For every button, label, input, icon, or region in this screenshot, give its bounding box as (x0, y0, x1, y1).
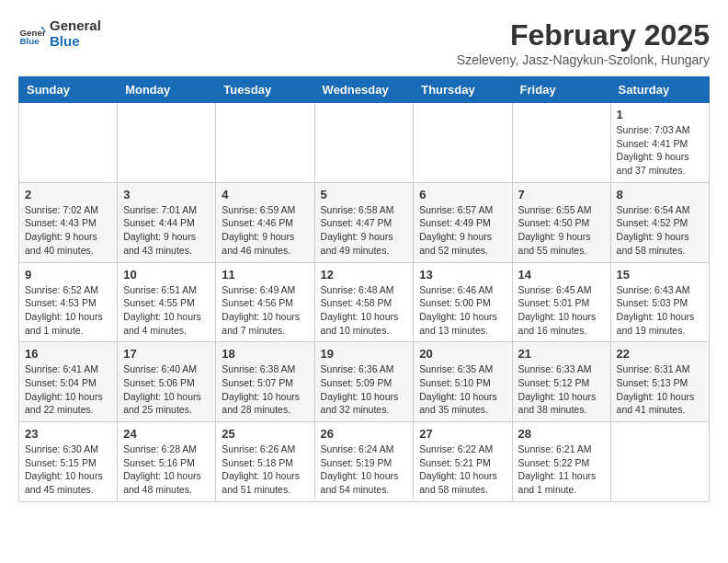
day-number: 2 (25, 188, 111, 201)
calendar-cell: 14Sunrise: 6:45 AM Sunset: 5:01 PM Dayli… (512, 262, 610, 342)
calendar-cell: 19Sunrise: 6:36 AM Sunset: 5:09 PM Dayli… (314, 342, 414, 422)
calendar-cell: 17Sunrise: 6:40 AM Sunset: 5:06 PM Dayli… (118, 342, 216, 422)
day-info: Sunrise: 6:26 AM Sunset: 5:18 PM Dayligh… (222, 442, 308, 497)
calendar-cell: 10Sunrise: 6:51 AM Sunset: 4:55 PM Dayli… (118, 262, 216, 342)
calendar-week-4: 16Sunrise: 6:41 AM Sunset: 5:04 PM Dayli… (19, 342, 710, 422)
calendar-header-row: SundayMondayTuesdayWednesdayThursdayFrid… (19, 77, 710, 103)
calendar-week-1: 1Sunrise: 7:03 AM Sunset: 4:41 PM Daylig… (19, 103, 710, 183)
day-info: Sunrise: 6:59 AM Sunset: 4:46 PM Dayligh… (222, 203, 308, 258)
header-day-sunday: Sunday (19, 77, 118, 103)
day-number: 5 (321, 188, 408, 201)
calendar-cell (414, 103, 512, 183)
day-info: Sunrise: 6:22 AM Sunset: 5:21 PM Dayligh… (419, 442, 506, 497)
day-info: Sunrise: 6:24 AM Sunset: 5:19 PM Dayligh… (321, 442, 408, 497)
day-info: Sunrise: 6:55 AM Sunset: 4:50 PM Dayligh… (518, 203, 605, 258)
location-subtitle: Szeleveny, Jasz-Nagykun-Szolonk, Hungary (457, 52, 710, 67)
calendar-cell: 5Sunrise: 6:58 AM Sunset: 4:47 PM Daylig… (314, 182, 414, 262)
calendar-cell (314, 103, 414, 183)
day-number: 19 (321, 347, 408, 361)
calendar-cell: 28Sunrise: 6:21 AM Sunset: 5:22 PM Dayli… (512, 422, 610, 502)
day-number: 17 (123, 347, 210, 361)
day-number: 21 (518, 347, 605, 361)
svg-text:Blue: Blue (20, 35, 40, 45)
day-info: Sunrise: 7:02 AM Sunset: 4:43 PM Dayligh… (25, 203, 111, 258)
day-number: 26 (321, 427, 408, 441)
calendar-cell: 24Sunrise: 6:28 AM Sunset: 5:16 PM Dayli… (118, 422, 216, 502)
day-info: Sunrise: 6:51 AM Sunset: 4:55 PM Dayligh… (123, 283, 210, 338)
calendar-cell (216, 103, 314, 183)
day-info: Sunrise: 6:41 AM Sunset: 5:04 PM Dayligh… (25, 362, 111, 417)
calendar-cell: 22Sunrise: 6:31 AM Sunset: 5:13 PM Dayli… (610, 342, 709, 422)
day-number: 22 (617, 347, 703, 361)
header-day-wednesday: Wednesday (314, 77, 414, 103)
calendar-cell: 12Sunrise: 6:48 AM Sunset: 4:58 PM Dayli… (314, 262, 414, 342)
day-info: Sunrise: 6:48 AM Sunset: 4:58 PM Dayligh… (321, 283, 408, 338)
day-info: Sunrise: 7:03 AM Sunset: 4:41 PM Dayligh… (617, 123, 703, 178)
day-info: Sunrise: 6:54 AM Sunset: 4:52 PM Dayligh… (617, 203, 703, 258)
month-year-title: February 2025 (457, 18, 710, 52)
day-info: Sunrise: 6:43 AM Sunset: 5:03 PM Dayligh… (617, 283, 703, 338)
day-info: Sunrise: 6:49 AM Sunset: 4:56 PM Dayligh… (222, 283, 308, 338)
day-number: 15 (617, 268, 703, 282)
day-info: Sunrise: 6:45 AM Sunset: 5:01 PM Dayligh… (518, 283, 605, 338)
calendar-cell (19, 103, 118, 183)
calendar-cell: 9Sunrise: 6:52 AM Sunset: 4:53 PM Daylig… (19, 262, 118, 342)
calendar-cell: 27Sunrise: 6:22 AM Sunset: 5:21 PM Dayli… (414, 422, 512, 502)
logo-general: General (50, 18, 101, 34)
calendar-cell: 20Sunrise: 6:35 AM Sunset: 5:10 PM Dayli… (414, 342, 512, 422)
day-info: Sunrise: 6:31 AM Sunset: 5:13 PM Dayligh… (617, 362, 703, 417)
calendar-cell: 8Sunrise: 6:54 AM Sunset: 4:52 PM Daylig… (610, 182, 709, 262)
day-info: Sunrise: 6:52 AM Sunset: 4:53 PM Dayligh… (25, 283, 111, 338)
logo-blue: Blue (50, 34, 101, 50)
day-number: 20 (419, 347, 506, 361)
day-info: Sunrise: 6:46 AM Sunset: 5:00 PM Dayligh… (419, 283, 506, 338)
day-info: Sunrise: 6:21 AM Sunset: 5:22 PM Dayligh… (518, 442, 605, 497)
calendar-cell (610, 422, 709, 502)
header-day-tuesday: Tuesday (216, 77, 314, 103)
day-info: Sunrise: 6:40 AM Sunset: 5:06 PM Dayligh… (123, 362, 210, 417)
logo: General Blue General Blue (18, 18, 101, 49)
calendar-week-2: 2Sunrise: 7:02 AM Sunset: 4:43 PM Daylig… (19, 182, 710, 262)
calendar-cell: 26Sunrise: 6:24 AM Sunset: 5:19 PM Dayli… (314, 422, 414, 502)
day-info: Sunrise: 6:28 AM Sunset: 5:16 PM Dayligh… (123, 442, 210, 497)
calendar-cell: 13Sunrise: 6:46 AM Sunset: 5:00 PM Dayli… (414, 262, 512, 342)
calendar-cell (512, 103, 610, 183)
calendar-body: 1Sunrise: 7:03 AM Sunset: 4:41 PM Daylig… (19, 103, 710, 502)
logo-icon: General Blue (18, 20, 46, 48)
header-day-monday: Monday (118, 77, 216, 103)
day-number: 4 (222, 188, 308, 201)
calendar-cell: 23Sunrise: 6:30 AM Sunset: 5:15 PM Dayli… (19, 422, 118, 502)
calendar-week-3: 9Sunrise: 6:52 AM Sunset: 4:53 PM Daylig… (19, 262, 710, 342)
calendar-cell: 6Sunrise: 6:57 AM Sunset: 4:49 PM Daylig… (414, 182, 512, 262)
header-day-saturday: Saturday (610, 77, 709, 103)
calendar-cell: 25Sunrise: 6:26 AM Sunset: 5:18 PM Dayli… (216, 422, 314, 502)
day-number: 11 (222, 268, 308, 282)
calendar-cell: 4Sunrise: 6:59 AM Sunset: 4:46 PM Daylig… (216, 182, 314, 262)
day-number: 18 (222, 347, 308, 361)
header-day-friday: Friday (512, 77, 610, 103)
calendar-cell (118, 103, 216, 183)
day-number: 14 (518, 268, 605, 282)
day-info: Sunrise: 6:58 AM Sunset: 4:47 PM Dayligh… (321, 203, 408, 258)
calendar-cell: 11Sunrise: 6:49 AM Sunset: 4:56 PM Dayli… (216, 262, 314, 342)
calendar-week-5: 23Sunrise: 6:30 AM Sunset: 5:15 PM Dayli… (19, 422, 710, 502)
calendar-cell: 15Sunrise: 6:43 AM Sunset: 5:03 PM Dayli… (610, 262, 709, 342)
calendar-cell: 18Sunrise: 6:38 AM Sunset: 5:07 PM Dayli… (216, 342, 314, 422)
day-info: Sunrise: 6:35 AM Sunset: 5:10 PM Dayligh… (419, 362, 506, 417)
day-number: 16 (25, 347, 111, 361)
title-area: February 2025 Szeleveny, Jasz-Nagykun-Sz… (457, 18, 710, 67)
day-number: 27 (419, 427, 506, 441)
calendar-cell: 3Sunrise: 7:01 AM Sunset: 4:44 PM Daylig… (118, 182, 216, 262)
day-number: 1 (617, 108, 703, 121)
day-info: Sunrise: 6:33 AM Sunset: 5:12 PM Dayligh… (518, 362, 605, 417)
calendar-cell: 7Sunrise: 6:55 AM Sunset: 4:50 PM Daylig… (512, 182, 610, 262)
day-number: 23 (25, 427, 111, 441)
day-info: Sunrise: 7:01 AM Sunset: 4:44 PM Dayligh… (123, 203, 210, 258)
calendar-cell: 16Sunrise: 6:41 AM Sunset: 5:04 PM Dayli… (19, 342, 118, 422)
day-number: 10 (123, 268, 210, 282)
day-number: 9 (25, 268, 111, 282)
day-number: 6 (419, 188, 506, 201)
calendar-table: SundayMondayTuesdayWednesdayThursdayFrid… (18, 76, 710, 502)
calendar-cell: 21Sunrise: 6:33 AM Sunset: 5:12 PM Dayli… (512, 342, 610, 422)
calendar-cell: 1Sunrise: 7:03 AM Sunset: 4:41 PM Daylig… (610, 103, 709, 183)
